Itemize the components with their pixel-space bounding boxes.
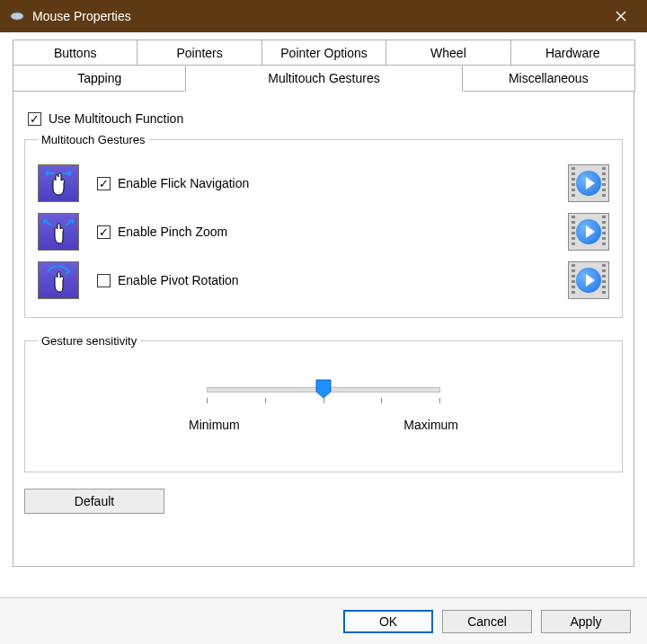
rotate-gesture-icon xyxy=(38,261,79,299)
tab-pointers[interactable]: Pointers xyxy=(137,40,261,66)
slider-thumb[interactable] xyxy=(315,379,332,401)
rotate-label: Enable Pivot Rotation xyxy=(118,273,239,287)
window-body: Buttons Pointers Pointer Options Wheel H… xyxy=(0,32,647,567)
tab-multitouch-gestures[interactable]: Multitouch Gestures xyxy=(185,65,462,92)
flick-label: Enable Flick Navigation xyxy=(118,176,249,190)
svg-point-0 xyxy=(11,13,23,20)
slider-labels: Minimum Maximum xyxy=(189,418,458,432)
tab-tapping[interactable]: Tapping xyxy=(13,65,186,92)
apply-button[interactable]: Apply xyxy=(541,610,631,633)
pinch-preview-button[interactable] xyxy=(568,213,609,251)
sensitivity-slider[interactable] xyxy=(207,387,440,393)
dialog-footer: OK Cancel Apply xyxy=(0,597,647,644)
close-icon xyxy=(616,11,626,22)
mouse-icon xyxy=(9,12,25,21)
tab-strip: Buttons Pointers Pointer Options Wheel H… xyxy=(13,40,634,92)
pinch-label: Enable Pinch Zoom xyxy=(118,225,227,239)
slider-min-label: Minimum xyxy=(189,418,240,432)
flick-checkbox[interactable]: ✓ xyxy=(97,177,111,190)
multitouch-gestures-group: Multitouch Gestures ✓ Enable Flick Navig… xyxy=(24,133,623,318)
flick-gesture-icon xyxy=(38,164,79,202)
cancel-button[interactable]: Cancel xyxy=(442,610,532,633)
pinch-gesture-icon xyxy=(38,213,79,251)
ok-button[interactable]: OK xyxy=(343,610,433,633)
gesture-sensitivity-group: Gesture sensitivity Minimum Maximum xyxy=(24,334,623,472)
default-button[interactable]: Default xyxy=(24,489,164,514)
multitouch-gestures-legend: Multitouch Gestures xyxy=(38,133,149,146)
slider-max-label: Maximum xyxy=(403,418,458,432)
play-icon xyxy=(576,171,601,196)
pinch-checkbox[interactable]: ✓ xyxy=(97,225,111,239)
use-multitouch-label: Use Multitouch Function xyxy=(49,111,183,126)
flick-preview-button[interactable] xyxy=(568,164,609,202)
rotate-checkbox[interactable] xyxy=(97,274,111,287)
window-title: Mouse Properties xyxy=(32,9,600,23)
use-multitouch-checkbox[interactable]: ✓ xyxy=(28,112,41,126)
tab-panel: ✓ Use Multitouch Function Multitouch Ges… xyxy=(13,91,634,567)
titlebar: Mouse Properties xyxy=(0,0,647,32)
tab-buttons[interactable]: Buttons xyxy=(13,40,137,66)
slider-area: Minimum Maximum xyxy=(38,360,609,448)
gesture-row-rotate: Enable Pivot Rotation xyxy=(38,256,609,304)
tab-hardware[interactable]: Hardware xyxy=(510,40,635,66)
tab-pointer-options[interactable]: Pointer Options xyxy=(261,40,386,66)
rotate-preview-button[interactable] xyxy=(568,261,609,299)
play-icon xyxy=(576,219,601,244)
play-icon xyxy=(576,268,601,293)
gesture-row-flick: ✓ Enable Flick Navigation xyxy=(38,159,609,207)
gesture-row-pinch: ✓ Enable Pinch Zoom xyxy=(38,207,609,256)
use-multitouch-row: ✓ Use Multitouch Function xyxy=(28,111,623,126)
gesture-sensitivity-legend: Gesture sensitivity xyxy=(38,334,140,348)
tab-miscellaneous[interactable]: Miscellaneous xyxy=(462,65,635,92)
close-button[interactable] xyxy=(600,0,642,32)
tab-wheel[interactable]: Wheel xyxy=(386,40,510,66)
